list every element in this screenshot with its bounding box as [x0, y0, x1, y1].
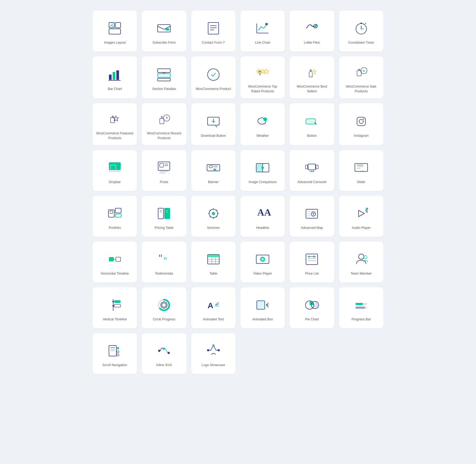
- card-horizontal-timeline[interactable]: Horizontal Timeline: [93, 242, 137, 283]
- horizontal-timeline-icon: [106, 251, 123, 268]
- card-woocommerce-featured[interactable]: WooCommerce Featured Products: [93, 103, 137, 145]
- contact-form-7-icon: [205, 20, 222, 37]
- card-slider[interactable]: Slider: [339, 150, 383, 191]
- card-section-parallax[interactable]: Section Parallax: [142, 56, 186, 98]
- advanced-map-icon: [303, 205, 320, 222]
- card-banner[interactable]: Banner: [191, 150, 236, 191]
- card-video-player[interactable]: Video Player: [240, 242, 285, 283]
- card-line-chart[interactable]: Line Chart: [240, 11, 285, 52]
- posts-icon: [155, 159, 172, 176]
- card-label-price-list: Price List: [305, 271, 319, 276]
- card-woocommerce-product[interactable]: WooCommerce Product: [191, 56, 236, 98]
- animated-text-icon: A: [205, 297, 222, 313]
- card-headline[interactable]: AA Headline: [240, 196, 285, 237]
- card-progress-bar[interactable]: Progress Bar: [339, 287, 383, 328]
- svg-point-33: [363, 119, 364, 120]
- svg-point-61: [212, 212, 215, 215]
- svg-point-49: [313, 171, 314, 172]
- card-scroll-navigation[interactable]: Scroll Navigation: [93, 333, 137, 374]
- card-images-layout[interactable]: Images Layout: [93, 11, 137, 52]
- card-woocommerce-recent[interactable]: WooCommerce Recent Products: [142, 103, 186, 145]
- svg-rect-68: [116, 257, 121, 261]
- svg-point-101: [158, 350, 160, 352]
- card-label-woocommerce-best-sellers: WooCommerce Best Sellers: [293, 84, 331, 94]
- advanced-carousel-icon: [303, 159, 320, 176]
- card-bar-chart[interactable]: Bar Chart: [93, 56, 137, 98]
- image-comparison-icon: [254, 159, 271, 176]
- card-contact-form-7[interactable]: Contact Form 7: [191, 11, 236, 52]
- svg-point-52: [361, 171, 362, 172]
- card-button[interactable]: Button: [290, 103, 334, 145]
- card-label-logo-showcase: Logo Showcase: [202, 363, 225, 368]
- dropbar-icon: [106, 159, 123, 176]
- card-circle-progress[interactable]: Circle Progress: [142, 287, 186, 328]
- card-inline-svg[interactable]: Inline SVG: [142, 333, 186, 374]
- card-instagram[interactable]: Instagram: [339, 103, 383, 145]
- card-advanced-carousel[interactable]: Advanced Carousel: [290, 150, 334, 191]
- svg-rect-57: [115, 214, 121, 217]
- svg-point-103: [168, 352, 170, 354]
- card-label-slider: Slider: [357, 180, 365, 185]
- card-label-download-button: Download Button: [201, 134, 226, 138]
- card-label-bar-chart: Bar Chart: [108, 87, 122, 92]
- card-advanced-map[interactable]: Advanced Map: [290, 196, 334, 237]
- circle-progress-icon: [155, 297, 172, 313]
- svg-rect-56: [115, 208, 121, 213]
- svg-point-53: [363, 171, 364, 172]
- svg-rect-81: [114, 304, 121, 307]
- svg-rect-31: [357, 117, 365, 126]
- svg-rect-75: [306, 254, 318, 265]
- card-vertical-timeline[interactable]: Vertical Timeline: [93, 287, 137, 328]
- button-icon: [303, 113, 320, 130]
- card-logo-showcase[interactable]: Logo Showcase: [191, 333, 236, 374]
- woocommerce-sale-icon: %: [353, 64, 370, 81]
- card-label-subscribe-form: Subscribe Form: [152, 40, 176, 45]
- svg-point-106: [207, 349, 209, 351]
- card-testimonials[interactable]: " " Testimonials: [142, 242, 186, 283]
- card-audio-player[interactable]: Audio Player: [339, 196, 383, 237]
- svg-rect-24: [160, 119, 164, 124]
- svg-point-11: [361, 28, 362, 29]
- card-pricing-table[interactable]: Pricing Table: [142, 196, 186, 237]
- countdown-timer-icon: [353, 20, 370, 37]
- card-label-button: Button: [307, 134, 317, 138]
- banner-icon: [205, 159, 222, 176]
- card-label-pie-chart: Pie Chart: [305, 317, 319, 322]
- svg-rect-6: [208, 22, 219, 34]
- svg-point-105: [218, 349, 220, 351]
- card-animated-box[interactable]: Animated Box: [240, 287, 285, 328]
- card-services[interactable]: Services: [191, 196, 236, 237]
- card-label-line-chart: Line Chart: [255, 40, 270, 45]
- svg-rect-13: [113, 72, 115, 80]
- card-posts[interactable]: Posts: [142, 150, 186, 191]
- scroll-navigation-icon: [106, 342, 123, 359]
- card-subscribe-form[interactable]: Subscribe Form: [142, 11, 186, 52]
- card-lottie-files[interactable]: Lottie Files: [290, 11, 334, 52]
- card-label-progress-bar: Progress Bar: [351, 317, 371, 322]
- svg-point-66: [366, 208, 368, 210]
- svg-text:$: $: [313, 255, 315, 258]
- card-label-countdown-timer: Countdown Timer: [348, 40, 374, 45]
- card-label-woocommerce-sale: WooCommerce Sale Products: [342, 84, 380, 94]
- card-countdown-timer[interactable]: Countdown Timer: [339, 11, 383, 52]
- card-label-scroll-navigation: Scroll Navigation: [102, 363, 127, 368]
- card-table[interactable]: Table: [191, 242, 236, 283]
- card-woocommerce-top-rated[interactable]: WooCommerce Top Rated Products: [240, 56, 285, 98]
- svg-rect-29: [306, 119, 315, 124]
- images-layout-icon: [106, 20, 123, 37]
- svg-point-18: [208, 69, 219, 80]
- card-image-comparison[interactable]: Image Comparison: [240, 150, 285, 191]
- card-portfolio[interactable]: Portfolio: [93, 196, 137, 237]
- svg-point-102: [163, 348, 165, 350]
- card-weather[interactable]: Weather: [240, 103, 285, 145]
- card-download-button[interactable]: Download Button: [191, 103, 236, 145]
- card-price-list[interactable]: $ Price List: [290, 242, 334, 283]
- card-dropbar[interactable]: Dropbar: [93, 150, 137, 191]
- card-woocommerce-sale[interactable]: % WooCommerce Sale Products: [339, 56, 383, 98]
- card-team-member[interactable]: Team Member: [339, 242, 383, 283]
- card-woocommerce-best-sellers[interactable]: WooCommerce Best Sellers: [290, 56, 334, 98]
- card-pie-chart[interactable]: Pie Chart: [290, 287, 334, 328]
- progress-bar-icon: [353, 297, 370, 313]
- card-animated-text[interactable]: A Animated Text: [191, 287, 236, 328]
- svg-rect-72: [208, 254, 219, 257]
